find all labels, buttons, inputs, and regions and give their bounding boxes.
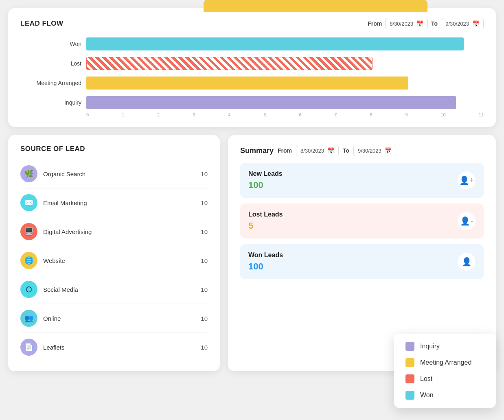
metric-icon: 👤- (458, 212, 476, 230)
bar-container (86, 77, 484, 90)
source-item: ✉️Email Marketing10 (20, 188, 208, 217)
source-item: 👥Online10 (20, 304, 208, 333)
summary-header: Summary From 8/30/2023 📅 To 9/30/2023 📅 (240, 145, 484, 156)
bar-fill (86, 57, 373, 70)
bar-label: Lost (20, 60, 81, 67)
source-item-name: Online (43, 315, 195, 322)
summary-from-date[interactable]: 8/30/2023 📅 (296, 145, 339, 156)
legend-color-box (405, 358, 414, 367)
legend-color-box (405, 342, 414, 351)
source-item: 🖥️Digital Advertising10 (20, 217, 208, 246)
legend-popup: InquiryMeeting ArrangedLostWon (394, 334, 496, 408)
bar-row-inquiry: Inquiry (20, 96, 484, 109)
bar-label: Won (20, 41, 81, 47)
source-title: SOURCE OF LEAD (20, 145, 85, 153)
legend-item-label: Lost (420, 375, 432, 383)
bar-row-won: Won (20, 37, 484, 50)
metric-value: 100 (248, 180, 283, 190)
source-item-count: 10 (201, 315, 208, 322)
source-item-count: 10 (201, 171, 208, 177)
legend-item-label: Meeting Arranged (420, 359, 471, 366)
source-item-count: 10 (201, 344, 208, 351)
legend-color-box (405, 391, 414, 400)
axis-tick: 6 (299, 112, 301, 117)
bar-container (86, 57, 484, 70)
source-item-icon: ✉️ (20, 194, 37, 211)
source-item-icon: 🖥️ (20, 223, 37, 240)
axis-labels: 01234567891011 (86, 112, 484, 117)
source-item: 🌐Website10 (20, 246, 208, 275)
chart-axis: 01234567891011 (86, 112, 484, 117)
metrics-container: New Leads100👤+Lost Leads5👤-Won Leads100👤 (240, 163, 484, 279)
axis-tick: 11 (479, 112, 484, 117)
source-of-lead-card: SOURCE OF LEAD 🌿Organic Search10✉️Email … (8, 135, 220, 371)
legend-item-label: Inquiry (420, 343, 440, 350)
to-label: To (431, 20, 438, 27)
source-item: 🌿Organic Search10 (20, 160, 208, 188)
calendar-icon-from: 📅 (416, 20, 423, 27)
source-item-count: 10 (201, 286, 208, 293)
source-item-count: 10 (201, 199, 208, 206)
metric-value: 5 (248, 221, 283, 231)
lead-flow-title: LEAD FLOW (20, 20, 64, 28)
source-item-name: Email Marketing (43, 199, 195, 206)
bar-chart: WonLostMeeting ArrangedInquiry (20, 37, 484, 109)
summary-from-value: 8/30/2023 (300, 148, 324, 154)
calendar-icon-to: 📅 (472, 20, 479, 27)
metric-icon: 👤 (458, 253, 476, 271)
axis-tick: 1 (122, 112, 124, 117)
source-list: 🌿Organic Search10✉️Email Marketing10🖥️Di… (20, 160, 208, 361)
bar-fill (86, 96, 456, 109)
bar-fill (86, 37, 464, 50)
summary-cal-to: 📅 (385, 147, 392, 154)
metric-value: 100 (248, 261, 283, 272)
source-item-name: Website (43, 257, 195, 264)
lead-flow-card: LEAD FLOW From 8/30/2023 📅 To 9/30/2023 … (8, 8, 496, 127)
legend-item: Inquiry (405, 342, 484, 351)
metric-label: Lost Leads (248, 211, 283, 218)
axis-tick: 8 (370, 112, 372, 117)
from-date-input[interactable]: 8/30/2023 📅 (385, 18, 428, 29)
axis-tick: 4 (228, 112, 230, 117)
metric-label: New Leads (248, 170, 283, 177)
legend-item-label: Won (420, 392, 434, 399)
summary-title: Summary (240, 147, 274, 155)
summary-to-date[interactable]: 9/30/2023 📅 (353, 145, 396, 156)
to-date-input[interactable]: 9/30/2023 📅 (441, 18, 484, 29)
metric-card-won: Won Leads100👤 (240, 244, 484, 279)
metric-info: Won Leads100 (248, 252, 283, 272)
lead-flow-header: LEAD FLOW From 8/30/2023 📅 To 9/30/2023 … (20, 18, 484, 29)
lead-flow-date-filter: From 8/30/2023 📅 To 9/30/2023 📅 (368, 18, 484, 29)
axis-tick: 10 (440, 112, 445, 117)
source-item-icon: 👥 (20, 310, 37, 327)
metric-info: New Leads100 (248, 170, 283, 190)
metric-card-new: New Leads100👤+ (240, 163, 484, 198)
source-item-name: Organic Search (43, 171, 195, 177)
legend-item: Won (405, 391, 484, 400)
source-item-icon: 🌐 (20, 252, 37, 269)
axis-tick: 2 (157, 112, 160, 117)
bar-fill (86, 77, 408, 90)
legend-item: Lost (405, 374, 484, 383)
from-label: From (368, 20, 382, 27)
source-item: ⬡Social Media10 (20, 275, 208, 304)
axis-tick: 7 (334, 112, 337, 117)
metric-icon: 👤+ (458, 171, 476, 189)
legend-color-box (405, 374, 414, 383)
source-item: 📄Leaflets10 (20, 333, 208, 361)
bar-label: Inquiry (20, 99, 81, 106)
bar-row-meeting-arranged: Meeting Arranged (20, 77, 484, 90)
legend-item: Meeting Arranged (405, 358, 484, 367)
source-item-name: Digital Advertising (43, 228, 195, 235)
source-item-icon: 📄 (20, 339, 37, 356)
bar-label: Meeting Arranged (20, 80, 81, 86)
summary-cal-from: 📅 (327, 147, 334, 154)
metric-info: Lost Leads5 (248, 211, 283, 231)
source-item-count: 10 (201, 257, 208, 264)
axis-tick: 0 (86, 112, 89, 117)
metric-label: Won Leads (248, 252, 283, 259)
axis-tick: 5 (263, 112, 266, 117)
metric-card-lost: Lost Leads5👤- (240, 203, 484, 238)
bar-container (86, 96, 484, 109)
source-item-icon: ⬡ (20, 281, 37, 298)
